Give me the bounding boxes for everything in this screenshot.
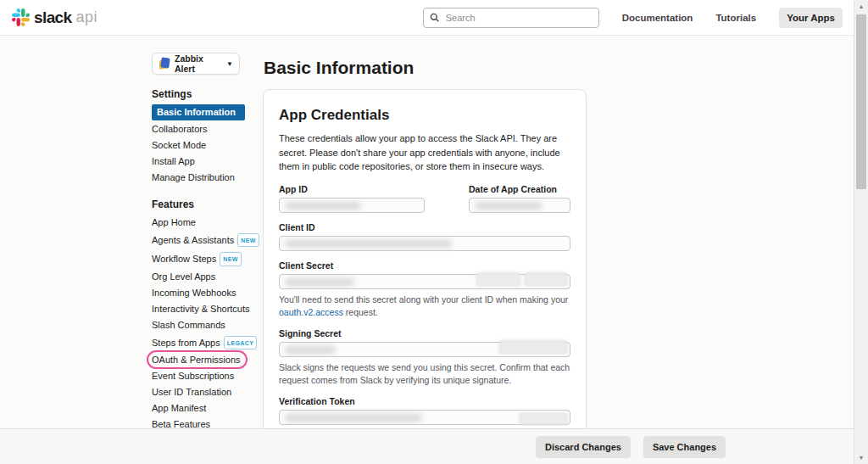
redacted-button[interactable] [520, 413, 567, 425]
slack-api-logo[interactable]: slack api [12, 8, 97, 27]
save-bar-buttons: Discard Changes Save Changes [536, 436, 726, 458]
help-text: request. [343, 307, 378, 317]
discard-changes-button[interactable]: Discard Changes [536, 436, 631, 458]
new-badge: NEW [237, 233, 259, 248]
sidebar-item-basic-information[interactable]: Basic Information [152, 104, 245, 120]
sidebar-item-user-id-translation[interactable]: User ID Translation [152, 385, 248, 400]
date-of-creation-field: Date of App Creation [469, 184, 570, 213]
app-credentials-card: App Credentials These credentials allow … [263, 89, 587, 464]
sidebar-item-label: OAuth & Permissions [152, 355, 241, 365]
sidebar: Zabbix Alert ▼ Settings Basic Informatio… [152, 53, 248, 464]
redacted-value [286, 346, 335, 354]
new-badge: NEW [220, 252, 242, 266]
scrollbar-down-arrow[interactable]: ▼ [854, 455, 868, 461]
save-bar: Discard Changes Save Changes [0, 428, 868, 464]
client-secret-input[interactable] [279, 274, 570, 289]
logo-text-api: api [76, 8, 98, 26]
sidebar-item-steps-from-apps[interactable]: Steps from AppsLEGACY [152, 334, 248, 352]
app-icon [159, 58, 170, 70]
top-header: slack api Documentation Tutorials Your A… [0, 0, 868, 36]
redacted-button[interactable] [525, 272, 567, 286]
sidebar-item-slash-commands[interactable]: Slash Commands [152, 318, 248, 333]
slack-logo-icon [12, 8, 30, 26]
header-search[interactable] [423, 8, 599, 28]
app-id-label: App ID [279, 184, 425, 194]
search-icon [430, 13, 439, 22]
sidebar-section-settings: Settings [152, 88, 248, 100]
card-title: App Credentials [279, 107, 570, 124]
sidebar-item-manage-distribution[interactable]: Manage Distribution [152, 171, 248, 185]
verification-token-label: Verification Token [279, 396, 570, 406]
signing-secret-field: Signing Secret Slack signs the requests … [279, 328, 570, 387]
client-id-field: Client ID [279, 222, 570, 251]
redacted-value [286, 240, 451, 248]
sidebar-item-label: Workflow Steps [152, 254, 216, 264]
help-text: You'll need to send this secret along wi… [279, 294, 568, 305]
redacted-button[interactable] [499, 340, 567, 354]
client-secret-label: Client Secret [279, 260, 570, 271]
pink-circle-annotation: OAuth & Permissions [152, 355, 241, 366]
nav-documentation[interactable]: Documentation [622, 13, 693, 23]
legacy-badge: LEGACY [224, 336, 258, 350]
client-secret-help: You'll need to send this secret along wi… [279, 293, 570, 319]
sidebar-item-label: Agents & Assistants [152, 235, 234, 245]
scrollbar-thumb[interactable] [856, 14, 866, 189]
page-title: Basic Information [264, 58, 587, 78]
sidebar-item-event-subscriptions[interactable]: Event Subscriptions [152, 369, 248, 383]
date-of-creation-input[interactable] [469, 198, 570, 213]
nav-tutorials[interactable]: Tutorials [715, 13, 756, 23]
redacted-value [476, 202, 542, 210]
client-id-input[interactable] [279, 236, 570, 251]
scrollbar-up-arrow[interactable]: ▲ [854, 3, 868, 9]
sidebar-item-collaborators[interactable]: Collaborators [152, 122, 248, 137]
sidebar-item-workflow-steps[interactable]: Workflow StepsNEW [152, 250, 248, 268]
app-id-date-row: App ID Date of App Creation [279, 184, 570, 213]
sidebar-item-agents-assistants[interactable]: Agents & AssistantsNEW [152, 232, 248, 249]
card-description: These credentials allow your app to acce… [279, 131, 570, 174]
verification-token-input[interactable] [279, 410, 570, 425]
app-selector-dropdown[interactable]: Zabbix Alert ▼ [152, 53, 240, 75]
signing-secret-label: Signing Secret [279, 328, 570, 338]
redacted-value [286, 202, 360, 210]
sidebar-item-interactivity-shortcuts[interactable]: Interactivity & Shortcuts [152, 302, 248, 316]
sidebar-item-socket-mode[interactable]: Socket Mode [152, 138, 248, 153]
redacted-value [286, 278, 353, 286]
client-id-label: Client ID [279, 222, 570, 232]
main-content: Basic Information App Credentials These … [263, 58, 587, 464]
sidebar-item-oauth-permissions[interactable]: OAuth & Permissions [152, 353, 248, 367]
signing-secret-input[interactable] [279, 342, 570, 357]
sidebar-item-app-home[interactable]: App Home [152, 215, 248, 230]
save-changes-button[interactable]: Save Changes [643, 436, 726, 458]
redacted-button[interactable] [476, 272, 520, 286]
sidebar-item-app-manifest[interactable]: App Manifest [152, 401, 248, 416]
sidebar-item-incoming-webhooks[interactable]: Incoming Webhooks [152, 286, 248, 300]
client-secret-field: Client Secret You'll need to send this s… [279, 260, 570, 319]
sidebar-item-org-level-apps[interactable]: Org Level Apps [152, 270, 248, 284]
oauth-v2-access-link[interactable]: oauth.v2.access [279, 307, 343, 317]
chevron-down-icon: ▼ [226, 60, 233, 68]
sidebar-item-label: Steps from Apps [152, 338, 220, 348]
sidebar-item-install-app[interactable]: Install App [152, 154, 248, 169]
date-of-creation-label: Date of App Creation [469, 184, 570, 194]
logo-text-slack: slack [34, 8, 72, 27]
page-scrollbar[interactable]: ▲ ▼ [854, 0, 868, 464]
redacted-value [286, 414, 421, 422]
signing-secret-help: Slack signs the requests we send you usi… [279, 361, 570, 387]
app-selector-name: Zabbix Alert [175, 53, 222, 74]
search-input[interactable] [444, 12, 593, 24]
nav-your-apps-button[interactable]: Your Apps [779, 8, 843, 28]
app-id-field: App ID [279, 184, 425, 213]
sidebar-section-features: Features [152, 198, 248, 210]
app-id-input[interactable] [279, 198, 425, 213]
